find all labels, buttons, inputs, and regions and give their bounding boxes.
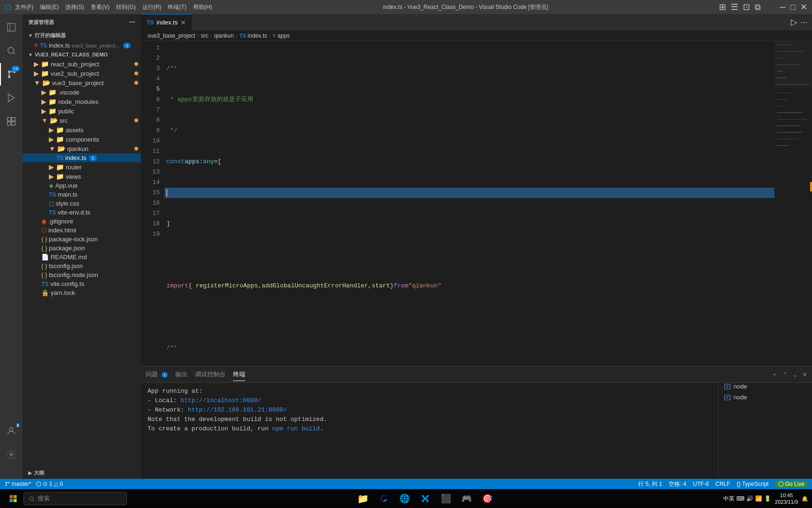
folder-vscode[interactable]: ▶ 📁 .vscode [23, 87, 141, 97]
folder-src[interactable]: ▼ 📂 src [23, 116, 141, 125]
git-branch-item[interactable]: master* [5, 481, 31, 487]
folder-public[interactable]: ▶ 📁 public [23, 106, 141, 116]
folder-views[interactable]: ▶ 📁 views [23, 172, 141, 181]
file-tsconfig-node[interactable]: { } tsconfig.node.json [23, 270, 141, 279]
start-button[interactable] [4, 489, 23, 508]
close-button[interactable]: ✕ [800, 2, 807, 12]
panel-layout-icon[interactable]: ⊡ [743, 2, 750, 12]
taskbar-search[interactable]: 搜索 [23, 492, 127, 505]
system-clock[interactable]: 10:45 2023/11/9 [775, 492, 798, 506]
terminal-node-2[interactable]: node [718, 383, 812, 391]
folder-vue3-base[interactable]: ▼ 📂 vue3_base_project [23, 78, 141, 87]
tray-battery[interactable]: 🔋 [764, 495, 771, 502]
file-package-json[interactable]: { } package.json [23, 244, 141, 253]
breadcrumb-part-3[interactable]: qiankun [214, 32, 234, 39]
outline-section[interactable]: ▶ 大纲 [23, 468, 141, 478]
errors-warnings-item[interactable]: ⊙ 1 △ 0 [36, 481, 62, 487]
file-index-ts[interactable]: TS index.ts 1 [23, 153, 141, 162]
folder-router[interactable]: ▶ 📁 router [23, 162, 141, 172]
encoding-item[interactable]: UTF-8 [693, 481, 709, 487]
menu-terminal[interactable]: 终端(T) [168, 3, 186, 11]
minimize-button[interactable]: ─ [780, 2, 786, 12]
open-editors-section[interactable]: ▼ 打开的编辑器 [23, 30, 141, 41]
layout-icon[interactable]: ⊞ [719, 2, 726, 12]
activity-settings[interactable] [0, 443, 23, 466]
file-vite-config[interactable]: TS vite.config.ts [23, 279, 141, 288]
go-live-item[interactable]: Go Live [775, 481, 807, 487]
local-link[interactable]: http://localhost:8080/ [180, 397, 261, 404]
menu-edit[interactable]: 编辑(E) [40, 3, 59, 11]
file-yarn-lock[interactable]: 🔒 yarn.lock [23, 288, 141, 297]
split-icon[interactable]: ⧉ [755, 2, 761, 12]
menu-view[interactable]: 查看(V) [91, 3, 109, 11]
file-gitignore[interactable]: ◉ .gitignore [23, 217, 141, 226]
indent-item[interactable]: 空格: 4 [669, 480, 686, 488]
folder-node-modules[interactable]: ▶ 📁 node_modules [23, 97, 141, 106]
file-main-ts[interactable]: TS main.ts [23, 190, 141, 199]
folder-components[interactable]: ▶ 📁 components [23, 135, 141, 144]
file-package-lock[interactable]: { } package-lock.json [23, 235, 141, 244]
menu-select[interactable]: 选择(S) [65, 3, 84, 11]
tray-lang[interactable]: 中英 [723, 495, 734, 503]
activity-run-debug[interactable] [0, 87, 23, 109]
tray-volume[interactable]: 🔊 [746, 495, 753, 502]
taskbar-terminal[interactable]: ⬛ [437, 489, 455, 508]
code-editor[interactable]: /** * apps里面存放的就是子应用 */ const apps: any … [164, 41, 774, 366]
terminal-layout-icon[interactable]: ⌃ [782, 371, 788, 378]
network-link[interactable]: http://192.168.101.21:8080/ [188, 406, 287, 413]
taskbar-app-6[interactable]: 🎮 [457, 489, 476, 508]
activity-search[interactable] [0, 40, 23, 62]
folder-react-sub[interactable]: ▶ 📁 react_sub_project [23, 59, 141, 69]
terminal-tab-debug-console[interactable]: 调试控制台 [195, 368, 226, 381]
folder-assets[interactable]: ▶ 📁 assets [23, 125, 141, 135]
more-actions-button[interactable]: ··· [800, 17, 807, 27]
taskbar-vscode[interactable] [416, 489, 435, 508]
menu-goto[interactable]: 转到(G) [116, 3, 135, 11]
menu-run[interactable]: 运行(R) [142, 3, 162, 11]
sidebar-more-icon[interactable]: ··· [129, 18, 135, 26]
activity-extensions[interactable] [0, 110, 23, 133]
menu-help[interactable]: 帮助(H) [193, 3, 212, 11]
activity-explorer[interactable] [0, 16, 23, 39]
file-app-vue[interactable]: ◈ App.vue [23, 181, 141, 190]
taskbar-app-7[interactable]: 🎯 [478, 489, 497, 508]
run-button[interactable]: ▷ [791, 17, 797, 27]
activity-accounts[interactable]: 1 [0, 420, 23, 442]
tab-close-button[interactable]: ✕ [180, 19, 186, 26]
maximize-button[interactable]: □ [790, 2, 796, 12]
file-readme[interactable]: 📄 README.md [23, 253, 141, 262]
terminal-tab-output[interactable]: 输出 [175, 368, 187, 381]
folder-vue2-sub[interactable]: ▶ 📁 vue2_sub_project [23, 69, 141, 78]
terminal-content[interactable]: App running at: - Local: http://localhos… [141, 383, 718, 479]
close-panel-icon[interactable]: ✕ [802, 371, 807, 378]
file-index-html[interactable]: ⬡ index.html [23, 226, 141, 235]
tray-network[interactable]: 📶 [755, 495, 762, 502]
project-root-section[interactable]: ▼ VUE3_REACT_CLASS_DEMO [23, 50, 141, 59]
activity-source-control[interactable]: 19 [0, 63, 23, 86]
file-tsconfig[interactable]: { } tsconfig.json [23, 262, 141, 270]
breadcrumb-part-4[interactable]: TS index.ts [239, 32, 267, 39]
terminal-tab-problems[interactable]: 问题 1 [146, 368, 168, 381]
sidebar-toggle-icon[interactable]: ☰ [731, 2, 738, 12]
add-terminal-icon[interactable]: ＋ [772, 370, 778, 379]
eol-item[interactable]: CRLF [715, 481, 730, 487]
menu-file[interactable]: 文件(F) [15, 3, 33, 11]
breadcrumb-part-5[interactable]: ⑂ apps [273, 32, 289, 39]
tray-keyboard[interactable]: ⌨ [736, 495, 744, 502]
terminal-tab-terminal[interactable]: 终端 [233, 368, 245, 381]
breadcrumb-part-2[interactable]: src [201, 32, 208, 39]
language-item[interactable]: {} TypeScript [737, 481, 769, 487]
taskbar-chrome[interactable]: 🌐 [395, 489, 414, 508]
file-style-css[interactable]: ◻ style.css [23, 199, 141, 208]
open-file-index-ts[interactable]: ✕ TS index.ts vue3_base_project... 1 [23, 41, 141, 50]
npm-run-link[interactable]: npm run build [272, 425, 320, 432]
tab-index-ts[interactable]: TS index.ts ✕ [141, 14, 192, 31]
breadcrumb-part-1[interactable]: vue3_base_project [148, 32, 195, 39]
cursor-position-item[interactable]: 行 5, 列 1 [638, 480, 662, 488]
close-file-icon[interactable]: ✕ [34, 42, 38, 48]
folder-qiankun[interactable]: ▼ 📂 qiankun [23, 144, 141, 153]
terminal-node-3[interactable]: node [718, 392, 812, 402]
file-vite-env[interactable]: TS vite-env.d.ts [23, 208, 141, 217]
taskbar-file-explorer[interactable]: 📁 [354, 489, 373, 508]
terminal-maximize-icon[interactable]: ⌄ [792, 371, 797, 378]
